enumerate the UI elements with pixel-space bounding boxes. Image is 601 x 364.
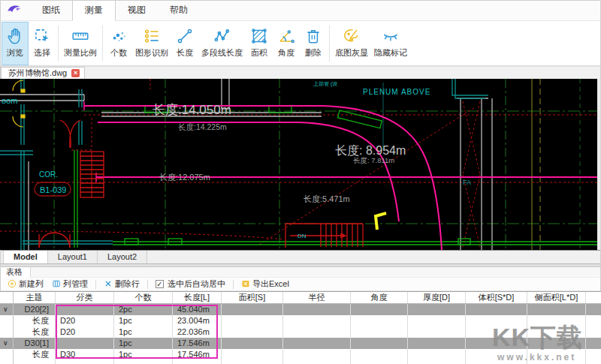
row-expander-icon[interactable]: ∨ xyxy=(0,338,14,349)
close-tab-icon[interactable]: × xyxy=(71,69,80,77)
cell xyxy=(351,315,408,326)
delete-row-button[interactable]: 删除行 xyxy=(101,278,143,290)
column-header-9[interactable]: 体积[S*D] xyxy=(466,292,527,303)
cell: 长度 xyxy=(14,326,56,338)
row-filler xyxy=(586,315,601,326)
layout-tab-model[interactable]: Model xyxy=(3,251,48,263)
app-window: 图纸测量视图帮助 浏览选择测量比例个数图形识别长度多段线长度面积角度删除底图灰显… xyxy=(0,0,601,364)
column-manage-button[interactable]: 列管理 xyxy=(49,278,91,290)
select-icon xyxy=(32,26,52,46)
angle-icon xyxy=(276,26,296,46)
cell xyxy=(222,360,283,364)
ribbon-button-eyeclosed[interactable]: 隐藏标记 xyxy=(371,22,410,65)
cell: 22.036m xyxy=(173,326,222,338)
polyline-icon xyxy=(213,26,232,46)
menu-item-1[interactable]: 图纸 xyxy=(30,0,72,21)
cell: D20 xyxy=(56,315,114,326)
cell xyxy=(466,304,527,315)
ribbon-button-label: 浏览 xyxy=(7,47,23,59)
checkbox-checked-icon[interactable]: ✓ xyxy=(156,280,164,288)
columns-icon xyxy=(52,279,61,290)
room-id-label: B1-039 xyxy=(40,185,66,194)
cell: 23.004m xyxy=(173,315,222,326)
cell xyxy=(408,349,466,360)
ribbon-button-label: 测量比例 xyxy=(64,47,97,59)
new-column-button[interactable]: 新建列 xyxy=(5,278,47,290)
cell: 长度 xyxy=(14,349,56,360)
table-header-row: 主题分类^个数长度[L]面积[S]半径角度厚度[D]体积[S*D]侧面积[L*D… xyxy=(0,292,601,304)
table-panel-tab[interactable]: 表格 xyxy=(0,267,31,278)
cell xyxy=(283,338,351,349)
cell xyxy=(283,326,351,338)
cell xyxy=(283,304,351,315)
app-logo-icon[interactable] xyxy=(6,2,23,19)
dn-label: DN xyxy=(297,233,307,239)
ribbon-button-count[interactable]: 个数 xyxy=(105,22,132,65)
menu-items: 图纸测量视图帮助 xyxy=(30,0,200,21)
column-header-8[interactable]: 厚度[D] xyxy=(408,292,466,303)
column-header-5[interactable]: 面积[S] xyxy=(222,292,283,303)
auto-center-toggle[interactable]: ✓选中后自动居中 xyxy=(153,278,228,290)
header-filler xyxy=(586,292,601,303)
cell: 45.040m xyxy=(173,304,222,315)
measurement-label-4[interactable]: 长度: 7.811m xyxy=(353,156,394,164)
measurement-label-2[interactable]: 长度:14.225m xyxy=(178,122,227,131)
cell xyxy=(56,360,114,364)
cell xyxy=(408,360,466,364)
ribbon-button-palette[interactable]: 底图灰显 xyxy=(332,22,371,65)
ribbon-button-ruler[interactable]: 测量比例 xyxy=(61,22,100,65)
ribbon-button-polyline[interactable]: 多段线长度 xyxy=(198,22,246,65)
cell: 1pc xyxy=(114,338,173,349)
ribbon-button-length[interactable]: 长度 xyxy=(171,22,198,65)
cell xyxy=(222,304,283,315)
toolbar-separator xyxy=(233,280,234,289)
row-filler xyxy=(586,349,601,360)
column-header-3[interactable]: 个数 xyxy=(114,292,173,303)
ribbon-toolbar: 浏览选择测量比例个数图形识别长度多段线长度面积角度删除底图灰显隐藏标记 xyxy=(0,21,601,66)
cell: D30[1] xyxy=(14,338,56,349)
x-mark-icon xyxy=(104,279,113,290)
ribbon-button-recognize[interactable]: 图形识别 xyxy=(132,22,171,65)
corridor-label: COR. xyxy=(39,170,58,179)
layout-tab-layout1[interactable]: Layout1 xyxy=(48,251,98,263)
ribbon-button-label: 选择 xyxy=(34,47,50,59)
measurement-label-3[interactable]: 长度: 8.954m xyxy=(335,144,406,157)
menu-item-3[interactable]: 视图 xyxy=(116,0,158,21)
ribbon-button-hand[interactable]: 浏览 xyxy=(2,22,29,65)
fa-label: FA xyxy=(463,179,471,186)
plus-circle-icon xyxy=(8,279,17,290)
measurement-label-6[interactable]: 长度:5.471m xyxy=(303,194,350,203)
ribbon-button-area[interactable]: 面积 xyxy=(246,22,273,65)
column-header-1[interactable]: 主题 xyxy=(14,292,56,303)
table-row-1[interactable]: ∨D20[2]2pc45.040m xyxy=(0,304,601,315)
ribbon-button-angle[interactable]: 角度 xyxy=(273,22,300,65)
document-tab[interactable]: 苏州博物馆.dwg × xyxy=(1,67,85,79)
measurement-label-5[interactable]: 长度:12.075m xyxy=(159,173,210,182)
column-header-4[interactable]: 长度[L] xyxy=(173,292,222,303)
cell xyxy=(56,338,114,349)
column-header-6[interactable]: 半径 xyxy=(283,292,351,303)
drawing-canvas[interactable]: oom 上部管 (设 PLENUM ABOVE COR. B1-039 FA D… xyxy=(0,79,601,250)
cell xyxy=(283,360,351,364)
ribbon-button-select[interactable]: 选择 xyxy=(29,22,56,65)
ribbon-button-trash[interactable]: 删除 xyxy=(300,22,327,65)
cell: 17.546m xyxy=(173,338,222,349)
cell xyxy=(351,349,408,360)
row-expander-icon[interactable]: ∨ xyxy=(0,304,14,315)
row-gutter xyxy=(0,326,14,338)
column-header-2[interactable]: 分类^ xyxy=(56,292,114,303)
measurement-label-1[interactable]: 长度:14.050m xyxy=(153,103,231,117)
cell xyxy=(351,304,408,315)
toolbar-group-separator xyxy=(329,26,330,62)
area-icon xyxy=(249,26,269,46)
row-filler xyxy=(586,326,601,338)
export-excel-button[interactable]: 导出Excel xyxy=(238,278,292,290)
trash-icon xyxy=(304,26,323,46)
menu-item-2[interactable]: 测量 xyxy=(72,0,116,21)
measurement-table-panel: 主题分类^个数长度[L]面积[S]半径角度厚度[D]体积[S*D]侧面积[L*D… xyxy=(0,291,601,364)
menu-item-4[interactable]: 帮助 xyxy=(158,0,200,21)
layout-tab-layout2[interactable]: Layout2 xyxy=(98,251,147,263)
column-header-7[interactable]: 角度 xyxy=(351,292,408,303)
cell: D20 xyxy=(56,326,114,338)
column-header-10[interactable]: 侧面积[L*D] xyxy=(527,292,586,303)
